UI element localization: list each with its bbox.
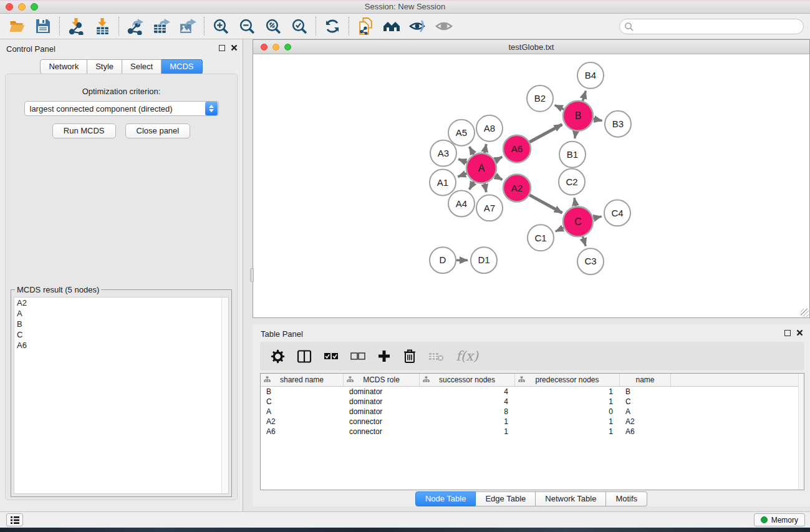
close-panel-button[interactable]: Close panel (125, 123, 191, 138)
node-B[interactable]: B (563, 101, 593, 131)
table-cell[interactable]: connector (344, 417, 420, 427)
table-cell[interactable]: 1 (515, 387, 620, 397)
node-C4[interactable]: C4 (604, 200, 630, 226)
resize-grip-icon[interactable] (801, 309, 809, 317)
tab-network-table[interactable]: Network Table (536, 491, 606, 506)
tab-motifs[interactable]: Motifs (606, 491, 647, 506)
tab-select[interactable]: Select (122, 59, 162, 74)
node-A5[interactable]: A5 (448, 120, 475, 146)
node-A8[interactable]: A8 (476, 115, 503, 142)
edge-B-B2[interactable] (555, 105, 564, 110)
export-table-button[interactable] (151, 16, 172, 37)
show-eye-button[interactable] (433, 16, 455, 37)
float-panel-icon[interactable] (219, 45, 225, 51)
network-canvas[interactable]: AA1A2A3A4A5A6A7A8BB1B2B3B4CC1C2C3C4DD1 (253, 54, 809, 317)
splitter-handle[interactable] (250, 268, 254, 282)
zoom-fit-button[interactable] (263, 16, 284, 37)
node-A4[interactable]: A4 (448, 190, 475, 216)
tab-network[interactable]: Network (40, 59, 87, 74)
table-cell[interactable]: B (620, 387, 671, 397)
edge-C-C2[interactable] (574, 198, 576, 206)
table-cell[interactable]: 4 (420, 397, 515, 407)
edge-A-A7[interactable] (485, 183, 486, 192)
table-cell[interactable]: 1 (420, 427, 515, 437)
edge-A6-B[interactable] (529, 125, 562, 142)
run-mcds-button[interactable]: Run MCDS (52, 123, 116, 138)
home-view-button[interactable] (381, 16, 402, 37)
delete-columns-button[interactable] (403, 349, 417, 364)
node-C2[interactable]: C2 (559, 169, 585, 195)
table-cell[interactable]: 1 (515, 417, 620, 427)
table-cell[interactable]: dominator (344, 387, 420, 397)
table-row[interactable]: Adominator80A (261, 407, 804, 417)
zoom-out-button[interactable] (236, 16, 258, 37)
network-window-titlebar[interactable]: testGlobe.txt (253, 40, 809, 54)
mcds-result-item[interactable]: A (14, 308, 228, 319)
column-header-predecessor-nodes[interactable]: predecessor nodes (515, 374, 620, 386)
table-row[interactable]: Cdominator41C (261, 397, 804, 407)
table-cell[interactable]: A2 (620, 417, 671, 427)
table-mode-button[interactable] (271, 349, 285, 364)
network-graph[interactable]: AA1A2A3A4A5A6A7A8BB1B2B3B4CC1C2C3C4DD1 (253, 54, 809, 317)
mcds-result-item[interactable]: A2 (14, 297, 228, 308)
edge-A-A1[interactable] (458, 173, 466, 177)
table-row[interactable]: A6connector11A6 (261, 427, 804, 437)
node-B1[interactable]: B1 (559, 142, 586, 168)
edge-C-C4[interactable] (593, 216, 601, 218)
edge-A-A3[interactable] (458, 159, 467, 162)
tab-mcds[interactable]: MCDS (162, 59, 202, 74)
apply-layout-button[interactable] (322, 16, 343, 37)
table-cell[interactable]: 1 (515, 397, 620, 407)
table-cell[interactable]: A (620, 407, 671, 417)
table-cell[interactable]: 4 (420, 387, 515, 397)
node-A3[interactable]: A3 (430, 140, 456, 167)
node-C[interactable]: C (563, 206, 593, 236)
search-input[interactable] (634, 21, 803, 33)
table-cell[interactable]: 8 (420, 407, 515, 417)
edge-C-C3[interactable] (582, 236, 586, 246)
column-header-successor-nodes[interactable]: successor nodes (420, 374, 515, 386)
table-cell[interactable]: C (620, 397, 671, 407)
tab-edge-table[interactable]: Edge Table (476, 491, 536, 506)
tab-style[interactable]: Style (87, 59, 122, 74)
edge-A-A4[interactable] (470, 181, 474, 189)
table-cell[interactable]: A6 (261, 427, 344, 437)
mcds-result-item[interactable]: A6 (14, 340, 228, 351)
close-table-panel-icon[interactable] (796, 329, 803, 336)
clone-network-button[interactable] (355, 16, 376, 37)
node-A[interactable]: A (466, 153, 496, 183)
edge-B-B1[interactable] (575, 131, 576, 138)
deselect-all-button[interactable] (350, 352, 365, 360)
table-cell[interactable]: A (261, 407, 344, 417)
app-titlebar[interactable]: Session: New Session (0, 0, 810, 14)
edge-A-A2[interactable] (495, 176, 503, 180)
export-image-button[interactable] (177, 16, 198, 37)
edge-A-A8[interactable] (485, 144, 486, 153)
close-panel-icon[interactable] (231, 44, 238, 51)
open-session-button[interactable] (6, 16, 27, 37)
node-D[interactable]: D (430, 247, 456, 273)
table-cell[interactable]: C (261, 397, 344, 407)
table-cell[interactable]: dominator (344, 397, 420, 407)
zoom-in-button[interactable] (210, 16, 231, 37)
create-column-button[interactable] (377, 349, 391, 363)
function-builder-button[interactable]: f(x) (456, 349, 478, 364)
save-session-button[interactable] (32, 16, 54, 37)
export-network-button[interactable] (125, 16, 146, 37)
memory-button[interactable]: Memory (754, 513, 805, 526)
node-B2[interactable]: B2 (527, 85, 553, 112)
table-cell[interactable]: 0 (515, 407, 620, 417)
node-C3[interactable]: C3 (577, 248, 604, 274)
select-all-button[interactable] (324, 352, 339, 360)
column-header-MCDS-role[interactable]: MCDS role (344, 374, 420, 386)
edge-A2-C[interactable] (529, 195, 562, 213)
import-network-button[interactable] (65, 16, 87, 37)
table-cell[interactable]: A2 (261, 417, 344, 427)
node-A1[interactable]: A1 (430, 170, 456, 196)
table-cell[interactable]: 1 (515, 427, 620, 437)
delete-table-button[interactable] (428, 351, 444, 362)
edge-C-C1[interactable] (556, 228, 564, 231)
table-scrollbar[interactable] (798, 374, 804, 490)
node-C1[interactable]: C1 (528, 225, 554, 251)
import-table-button[interactable] (92, 16, 113, 37)
